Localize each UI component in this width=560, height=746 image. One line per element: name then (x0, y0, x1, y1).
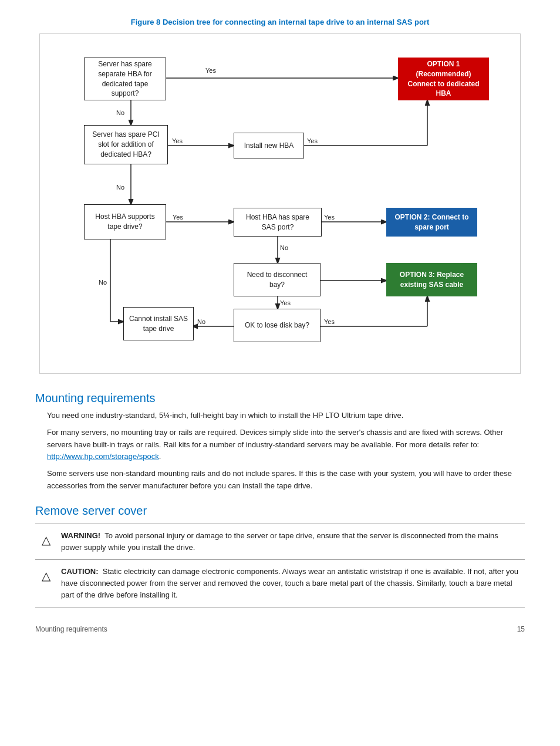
decision-box-8: OK to lose disk bay? (234, 309, 321, 342)
caution-row: △ CAUTION: Static electricity can damage… (35, 560, 525, 607)
decision-box-4: Host HBA supports tape drive? (84, 204, 166, 239)
decision-box-6: Need to disconnect bay? (234, 263, 321, 296)
mounting-requirements-heading: Mounting requirements (35, 391, 525, 405)
label-yes-3: Yes (307, 137, 318, 144)
label-no-5: No (197, 318, 205, 325)
decision-box-5: Host HBA has spare SAS port? (234, 208, 322, 237)
warning-text-cell: WARNING! To avoid personal injury or dam… (56, 524, 525, 559)
mounting-para-1: You need one industry-standard, 5¼-inch,… (47, 410, 525, 422)
option-1-box: OPTION 1 (Recommended) Connect to dedica… (398, 58, 489, 100)
terminal-box-cannot-install: Cannot install SAS tape drive (123, 307, 194, 340)
caution-icon-cell: △ (35, 560, 56, 607)
warning-triangle-icon: △ (42, 534, 50, 546)
label-no-2: No (116, 184, 124, 191)
footer-section-name: Mounting requirements (35, 625, 107, 633)
caution-text-cell: CAUTION: Static electricity can damage e… (56, 560, 525, 607)
option-3-box: OPTION 3: Replace existing SAS cable (386, 263, 477, 296)
notices-table: △ WARNING! To avoid personal injury or d… (35, 524, 525, 608)
decision-box-2: Server has spare PCI slot for addition o… (84, 125, 168, 164)
warning-icon-cell: △ (35, 524, 56, 559)
label-no-4: No (99, 279, 107, 286)
decision-box-1: Server has spare separate HBA for dedica… (84, 58, 166, 100)
warning-row: △ WARNING! To avoid personal injury or d… (35, 524, 525, 559)
label-yes-2: Yes (172, 137, 183, 144)
warning-label: WARNING! (61, 531, 100, 540)
label-yes-6: Yes (280, 299, 291, 306)
storage-link[interactable]: http://www.hp.com/storage/spock (47, 452, 159, 461)
label-yes-7: Yes (324, 318, 335, 325)
process-box-install-hba: Install new HBA (234, 133, 304, 158)
figure-caption: Figure 8 Decision tree for connecting an… (35, 18, 525, 26)
page-footer: Mounting requirements 15 (35, 625, 525, 633)
remove-server-cover-heading: Remove server cover (35, 504, 525, 518)
option-2-box: OPTION 2: Connect to spare port (386, 208, 477, 237)
caution-label: CAUTION: (61, 567, 99, 576)
flowchart: Server has spare separate HBA for dedica… (39, 33, 521, 374)
label-yes-1: Yes (205, 67, 216, 74)
mounting-para-2: For many servers, no mounting tray or ra… (47, 427, 525, 463)
mounting-para-3: Some servers use non-standard mounting r… (47, 468, 525, 492)
mounting-requirements-content: You need one industry-standard, 5¼-inch,… (47, 410, 525, 492)
label-yes-5: Yes (324, 214, 335, 221)
label-no-1: No (116, 109, 124, 116)
page-number: 15 (517, 625, 525, 633)
caution-triangle-icon: △ (42, 569, 50, 582)
label-no-3: No (280, 244, 288, 251)
label-yes-4: Yes (173, 214, 183, 221)
